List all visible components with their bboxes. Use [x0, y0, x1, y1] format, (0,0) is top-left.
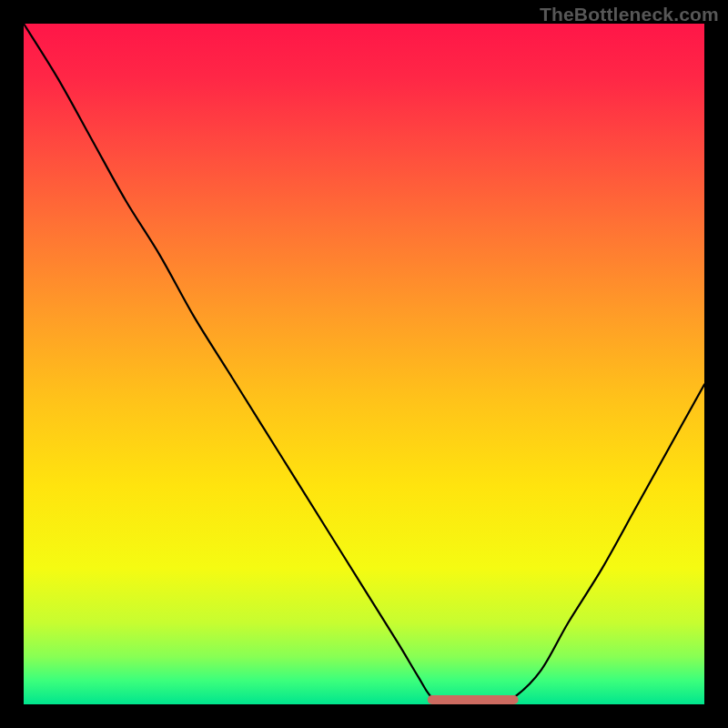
- plot-area: [24, 24, 704, 704]
- chart-frame: TheBottleneck.com: [0, 0, 728, 728]
- watermark-text: TheBottleneck.com: [540, 4, 719, 25]
- bottleneck-curve: [24, 24, 704, 704]
